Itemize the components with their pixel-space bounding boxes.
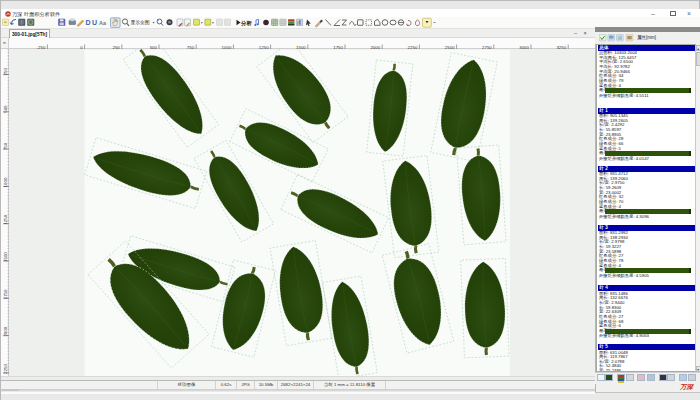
svg-text:2250: 2250: [3, 363, 8, 373]
svg-text:1500: 1500: [3, 251, 8, 261]
svg-text:750: 750: [3, 142, 8, 150]
svg-text:D: D: [85, 19, 90, 26]
svg-text:Aa: Aa: [99, 20, 107, 26]
svg-text:1750: 1750: [3, 288, 8, 298]
svg-text:1000: 1000: [3, 177, 8, 187]
svg-text:500: 500: [3, 104, 8, 112]
svg-text:250: 250: [3, 67, 8, 75]
svg-text:1250: 1250: [3, 214, 8, 224]
svg-text:2000: 2000: [3, 326, 8, 336]
svg-text:显示全图: 显示全图: [130, 20, 149, 25]
svg-text:U: U: [92, 19, 97, 26]
svg-text:分析: 分析: [240, 20, 252, 27]
